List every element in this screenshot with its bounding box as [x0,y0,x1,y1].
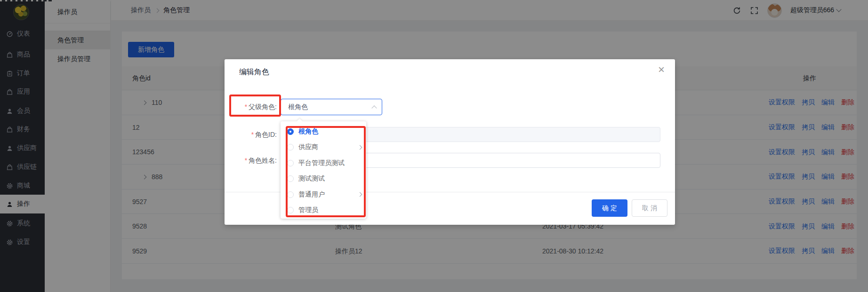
chevron-up-icon [371,105,377,110]
close-icon[interactable]: × [658,64,665,75]
radio-icon [287,207,294,213]
dropdown-option-platform-admin-test[interactable]: 平台管理员测试 [281,155,366,171]
role-id-label: *角色ID: [225,127,277,142]
page: 仪表 商品 订单 应用 会员 财务 供应商 供应链 [0,0,868,292]
radio-icon [287,144,294,150]
option-label: 供应商 [298,143,318,151]
parent-role-select[interactable]: 根角色 [281,99,382,115]
radio-icon [287,175,294,182]
radio-icon [287,160,294,166]
option-label: 普通用户 [298,190,325,199]
required-mark: * [251,131,254,138]
cancel-button[interactable]: 取 消 [632,199,667,217]
required-mark: * [245,103,247,110]
option-label: 根角色 [298,127,318,136]
dropdown-option-root-role[interactable]: 根角色 [281,124,366,140]
dropdown-option-normal-user[interactable]: 普通用户 [281,187,366,203]
dropdown-option-supplier[interactable]: 供应商 [281,140,366,156]
parent-role-value: 根角色 [288,103,308,111]
dropdown-option-test-test[interactable]: 测试测试 [281,171,366,187]
radio-checked-icon [287,128,294,135]
confirm-button[interactable]: 确 定 [592,199,627,217]
option-label: 测试测试 [298,174,325,183]
modal-title: 编辑角色 [239,67,269,77]
required-mark: * [245,157,247,164]
parent-role-dropdown: 根角色 供应商 平台管理员测试 测试测试 普通用户 管理员 [281,121,366,219]
parent-role-label: *父级角色: [225,99,277,115]
chevron-right-icon [358,145,362,150]
option-label: 平台管理员测试 [298,159,345,167]
radio-icon [287,191,294,198]
dropdown-option-admin[interactable]: 管理员 [281,203,366,219]
option-label: 管理员 [298,206,318,214]
chevron-right-icon [358,192,362,197]
role-name-label: *角色姓名: [225,153,277,168]
